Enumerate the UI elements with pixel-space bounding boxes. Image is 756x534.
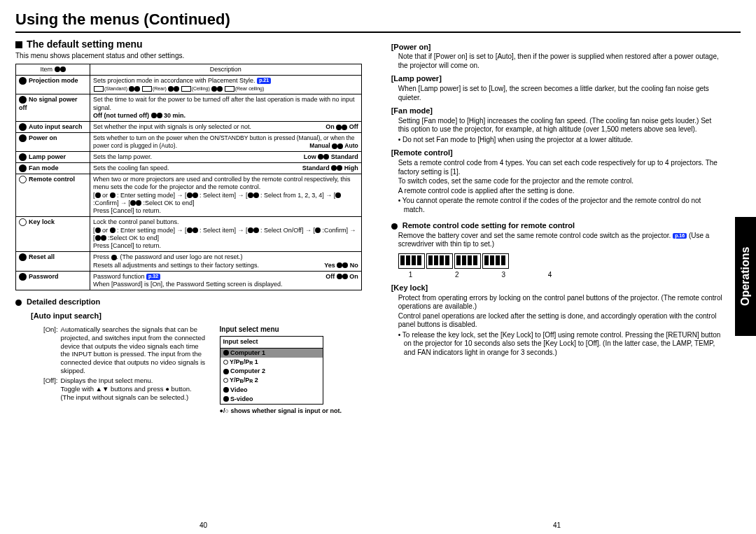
input-menu-title: Input select menu: [220, 325, 362, 335]
row-nosignal: No signal power off Set the time to wait…: [16, 94, 362, 122]
auto-on: [On]: Automatically searches the signals…: [43, 325, 207, 375]
input-item: S-video: [220, 395, 323, 404]
rc-text1: Sets a remote control code from 4 types.…: [391, 159, 724, 176]
fan-bullet: • Do not set Fan mode to [High] when usi…: [391, 136, 724, 145]
section-intro: This menu shows placement status and oth…: [15, 52, 362, 61]
row-autoinput: Auto input search Set whether the input …: [16, 122, 362, 133]
auto-input-head: [Auto input search]: [15, 311, 362, 321]
row-resetall: Reset all Press . (The password and user…: [16, 252, 362, 272]
fan-text: Setting [Fan mode] to [High] increases t…: [391, 117, 724, 134]
row-password: Password Password function p.32 Off On W…: [16, 271, 362, 290]
input-item: Y/PB/PR 1: [220, 358, 323, 367]
lamp-head: [Lamp power]: [391, 74, 724, 84]
poweron-head: [Power on]: [391, 43, 724, 52]
rc-text2: To switch codes, set the same code for t…: [391, 177, 724, 186]
input-item: Computer 2: [220, 367, 323, 376]
key-head: [Key lock]: [391, 283, 724, 293]
poweron-text: Note that if [Power on] is set to [Auto]…: [391, 52, 724, 70]
input-item: Computer 1: [220, 349, 323, 358]
input-footnote: ●/○ shows whether signal is input or not…: [220, 407, 362, 415]
section-heading: The default setting menu: [15, 38, 362, 51]
side-tab-operations: Operations: [735, 217, 756, 336]
rc-bullet: • You cannot operate the remote control …: [391, 197, 724, 214]
input-select-menu: Input select Computer 1 Y/PB/PR 1 Comput…: [220, 336, 323, 405]
key-bullet: • To release the key lock, set the [Key …: [391, 331, 724, 358]
rcset-text: Remove the battery cover and set the sam…: [391, 232, 724, 249]
row-fanmode: Fan mode Sets the cooling fan speed. Sta…: [16, 162, 362, 174]
auto-off: [Off]: Displays the Input select menu.To…: [43, 377, 207, 402]
rc-text3: A remote control code is applied after t…: [391, 187, 724, 196]
row-remote: Remote control When two or more projecto…: [16, 174, 362, 217]
fan-head: [Fan mode]: [391, 106, 724, 116]
page-number-left: 40: [200, 521, 207, 531]
lamp-text: When [Lamp power] is set to [Low], the s…: [391, 85, 724, 102]
page-number-right: 41: [553, 521, 561, 531]
page-title: Using the menus (Continued): [15, 10, 741, 33]
row-projection: Projection mode Sets projection mode in …: [16, 75, 362, 94]
row-keylock: Key lock Lock the control panel buttons.…: [16, 217, 362, 252]
col-item: Item: [16, 64, 90, 75]
key-text2: Control panel operations are locked afte…: [391, 312, 724, 330]
rcset-head: Remote control code setting for remote c…: [391, 221, 724, 231]
rc-head: [Remote control]: [391, 148, 724, 158]
dip-switch-diagram: 1 2 3 4: [391, 253, 724, 279]
col-desc: Description: [90, 64, 362, 75]
row-poweron: Power on Sets whether to turn on the pow…: [16, 133, 362, 151]
settings-table: Item Description Projection mode Sets pr…: [15, 64, 362, 291]
detailed-head: Detailed description: [15, 297, 362, 307]
input-item: Y/PB/PR 2: [220, 376, 323, 385]
input-item: Video: [220, 386, 323, 395]
key-text1: Protect from operating errors by locking…: [391, 294, 724, 311]
row-lamppower: Lamp power Sets the lamp power. Low Stan…: [16, 151, 362, 162]
